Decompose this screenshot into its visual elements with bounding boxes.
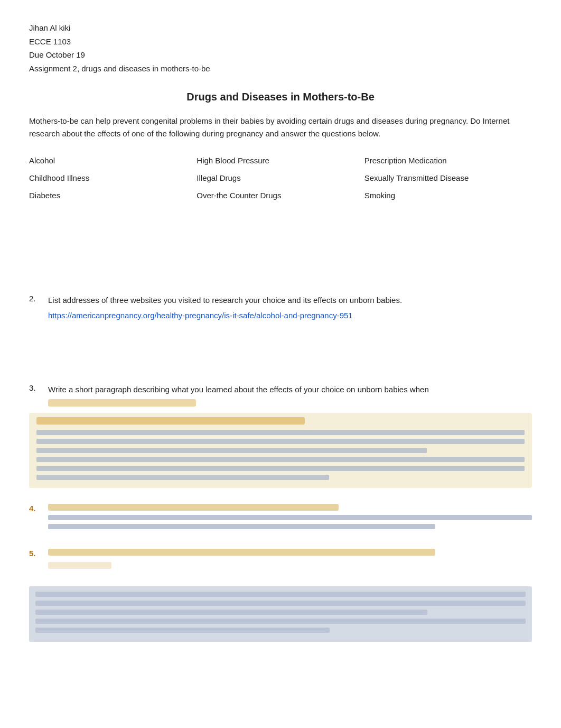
intro-paragraph: Mothers-to-be can help prevent congenita… bbox=[29, 115, 532, 140]
q2-extra-space bbox=[29, 336, 532, 383]
question-2-row: 2. List addresses of three websites you … bbox=[29, 294, 532, 307]
q3-answer-block bbox=[29, 413, 532, 488]
q5-subtitle-blurred bbox=[48, 562, 111, 569]
q3-title-blurred bbox=[36, 417, 305, 425]
topic-prescription-medication: Prescription Medication bbox=[364, 152, 532, 169]
question-4-number: 4. bbox=[29, 504, 44, 513]
question-2-section: 2. List addresses of three websites you … bbox=[29, 294, 532, 320]
table-row: Childhood Illness Illegal Drugs Sexually… bbox=[29, 169, 532, 187]
question-2-text: List addresses of three websites you vis… bbox=[48, 294, 402, 307]
question-5-row: 5. bbox=[29, 549, 532, 570]
website-link-1[interactable]: https://americanpregnancy.org/healthy-pr… bbox=[48, 311, 353, 320]
q4-answer-area bbox=[48, 515, 532, 529]
due-date: Due October 19 bbox=[29, 48, 532, 62]
topic-alcohol: Alcohol bbox=[29, 152, 197, 169]
q5-title-blurred bbox=[48, 549, 435, 556]
q4-answer-line-1 bbox=[48, 515, 532, 520]
bottom-line-5 bbox=[35, 628, 330, 633]
topic-std: Sexually Transmitted Disease bbox=[364, 169, 532, 187]
page-title: Drugs and Diseases in Mothers-to-Be bbox=[29, 91, 532, 103]
q3-answer-line-2 bbox=[36, 439, 525, 444]
bottom-blurred-section bbox=[29, 586, 532, 642]
topic-diabetes: Diabetes bbox=[29, 187, 197, 204]
q3-answer-line-5 bbox=[36, 466, 525, 471]
course-code: ECCE 1103 bbox=[29, 35, 532, 49]
q4-title-blurred bbox=[48, 504, 339, 511]
q3-answer-line-1 bbox=[36, 430, 525, 435]
question-4-section: 4. bbox=[29, 504, 532, 533]
bottom-line-2 bbox=[35, 601, 526, 606]
question-3-section: 3. Write a short paragraph describing wh… bbox=[29, 383, 532, 488]
question-3-text: Write a short paragraph describing what … bbox=[48, 383, 532, 409]
q3-answer-line-6 bbox=[36, 475, 329, 480]
bottom-line-4 bbox=[35, 619, 526, 624]
q4-answer-line-2 bbox=[48, 524, 435, 529]
student-name: Jihan Al kiki bbox=[29, 21, 532, 35]
question-3-number: 3. bbox=[29, 383, 44, 409]
question-2-number: 2. bbox=[29, 294, 44, 307]
question-4-content bbox=[48, 504, 532, 533]
question-3-row: 3. Write a short paragraph describing wh… bbox=[29, 383, 532, 409]
topic-otc-drugs: Over-the Counter Drugs bbox=[197, 187, 364, 204]
header-block: Jihan Al kiki ECCE 1103 Due October 19 A… bbox=[29, 21, 532, 75]
q3-answer-line-3 bbox=[36, 448, 427, 453]
question-2-answer: https://americanpregnancy.org/healthy-pr… bbox=[29, 311, 532, 320]
bottom-line-3 bbox=[35, 610, 427, 615]
topics-table: Alcohol High Blood Pressure Prescription… bbox=[29, 152, 532, 204]
topic-smoking: Smoking bbox=[364, 187, 532, 204]
assignment-label: Assignment 2, drugs and diseases in moth… bbox=[29, 62, 532, 76]
question-5-section: 5. bbox=[29, 549, 532, 570]
bottom-line-1 bbox=[35, 592, 526, 597]
table-row: Diabetes Over-the Counter Drugs Smoking bbox=[29, 187, 532, 204]
q3-answer-line-4 bbox=[36, 457, 525, 462]
q3-highlight-text bbox=[48, 399, 196, 407]
topic-illegal-drugs: Illegal Drugs bbox=[197, 169, 364, 187]
topic-childhood-illness: Childhood Illness bbox=[29, 169, 197, 187]
question-5-number: 5. bbox=[29, 549, 44, 558]
question-5-content bbox=[48, 549, 532, 570]
q1-answer-space bbox=[29, 220, 532, 294]
topic-high-blood-pressure: High Blood Pressure bbox=[197, 152, 364, 169]
question-4-row: 4. bbox=[29, 504, 532, 533]
table-row: Alcohol High Blood Pressure Prescription… bbox=[29, 152, 532, 169]
